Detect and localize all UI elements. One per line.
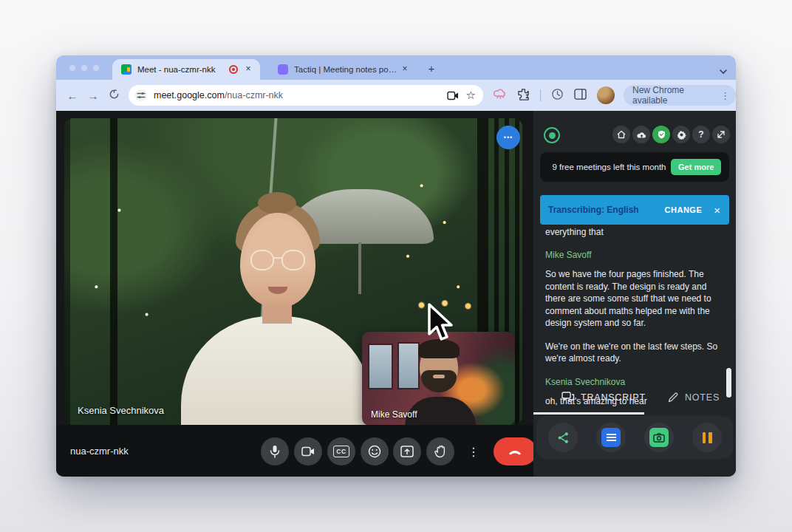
mouse-cursor (425, 301, 456, 347)
participant-glasses (281, 250, 305, 270)
get-more-button[interactable]: Get more (671, 159, 721, 175)
more-options-icon: ⋮ (468, 445, 479, 459)
browser-menu-icon[interactable]: ⋮ (720, 90, 730, 101)
address-bar[interactable]: meet.google.com/nua-czmr-nkk ☆ (129, 85, 483, 106)
more-options-button[interactable]: ⋮ (460, 437, 488, 466)
participant-body (181, 316, 372, 425)
end-call-button[interactable] (494, 437, 536, 466)
extension-circle-icon[interactable] (551, 88, 564, 103)
shield-check-icon[interactable] (652, 126, 670, 143)
extensions-puzzle-icon[interactable] (517, 88, 530, 103)
help-icon[interactable]: ? (692, 126, 710, 143)
tab-transcript[interactable]: TRANSCRIPT (561, 392, 646, 403)
back-button[interactable]: ← (62, 89, 83, 102)
reactions-button[interactable] (361, 437, 389, 466)
meet-favicon-icon (121, 64, 132, 75)
window-close-button[interactable] (69, 65, 75, 71)
tab-notes[interactable]: NOTES (668, 392, 720, 403)
tab-tactiq[interactable]: Tactiq | Meeting notes power × (269, 59, 417, 80)
video-scenery (358, 242, 361, 294)
home-icon[interactable] (612, 126, 630, 143)
participant-hair (258, 192, 296, 214)
transcribing-label: Transcribing: English (548, 205, 639, 215)
chat-bubble-widget[interactable]: ••• (496, 126, 520, 149)
pip-scenery-window (397, 342, 420, 389)
toolbar-divider (540, 89, 541, 101)
tab-close-icon[interactable]: × (242, 64, 254, 75)
tab-transcript-label: TRANSCRIPT (581, 392, 646, 403)
page-content: ••• Ksenia Svechnikova Mike Savoff nu (56, 111, 736, 477)
tab-media-camera-icon[interactable] (447, 91, 459, 100)
meetings-quota-card: 9 free meetings left this month Get more (540, 152, 729, 182)
pip-scenery-window (368, 344, 393, 389)
forward-button[interactable]: → (83, 89, 103, 102)
tab-title: Tactiq | Meeting notes power (294, 65, 399, 74)
transcript-list[interactable]: everything that Mike Savoff So we have t… (545, 226, 723, 418)
tab-title: Meet - nua-czmr-nkk (137, 65, 225, 74)
participant-glasses (273, 257, 282, 259)
browser-window: Meet - nua-czmr-nkk × Tactiq | Meeting n… (56, 55, 736, 477)
window-controls[interactable] (69, 65, 99, 71)
transcript-text: We're on the we're on the last few steps… (545, 341, 723, 365)
tab-search-chevron-icon[interactable] (720, 64, 727, 78)
new-tab-button[interactable]: + (424, 61, 439, 76)
settings-gear-icon[interactable] (672, 126, 690, 143)
cloud-upload-icon[interactable] (632, 126, 650, 143)
banner-close-icon[interactable]: × (714, 204, 720, 216)
tactiq-tabs: TRANSCRIPT NOTES (533, 392, 736, 414)
captions-button[interactable]: CC (327, 437, 355, 466)
url-path: /nua-czmr-nkk (225, 90, 283, 100)
side-panel-icon[interactable] (574, 89, 587, 103)
extension-pink-icon[interactable] (494, 88, 507, 103)
transcribing-banner: Transcribing: English CHANGE × (540, 195, 729, 225)
raise-hand-button[interactable] (426, 437, 454, 466)
meeting-code: nua-czmr-nkk (70, 446, 129, 457)
tactiq-sidebar: ? 9 free meetings left this month Get mo… (533, 111, 736, 477)
url-host: meet.google.com (154, 90, 225, 100)
transcript-speaker: Ksenia Svechnikova (545, 376, 723, 389)
desktop-background: Meet - nua-czmr-nkk × Tactiq | Meeting n… (0, 0, 792, 532)
collapse-panel-icon[interactable] (712, 126, 730, 143)
help-glyph: ? (698, 129, 703, 140)
profile-avatar[interactable] (597, 86, 615, 104)
google-docs-button[interactable] (596, 423, 626, 452)
window-minimize-button[interactable] (81, 65, 87, 71)
screenshot-camera-icon (649, 428, 669, 447)
pip-participant-face (433, 375, 445, 378)
site-info-icon[interactable] (134, 89, 148, 102)
microphone-button[interactable] (261, 437, 289, 466)
present-screen-button[interactable] (393, 437, 421, 466)
bookmark-star-icon[interactable]: ☆ (466, 89, 476, 102)
tactiq-header: ? (533, 123, 736, 149)
video-scenery (110, 118, 117, 425)
tab-notes-label: NOTES (685, 392, 720, 403)
recording-indicator-icon (229, 65, 238, 74)
participant-name-label: Ksenia Svechnikova (78, 405, 164, 416)
video-scenery (64, 118, 70, 425)
active-tab-underline (533, 412, 644, 415)
meet-control-bar: nua-czmr-nkk CC (56, 425, 533, 477)
tactiq-action-bar (536, 416, 733, 459)
reload-button[interactable] (103, 89, 124, 102)
tactiq-header-icons: ? (612, 126, 730, 143)
pip-participant-beard (421, 370, 457, 392)
pause-icon (703, 432, 712, 443)
tab-close-icon[interactable]: × (399, 64, 411, 75)
tab-strip: Meet - nua-czmr-nkk × Tactiq | Meeting n… (56, 55, 736, 80)
meet-main-area: ••• Ksenia Svechnikova Mike Savoff nu (56, 111, 533, 477)
tactiq-favicon-icon (278, 64, 288, 75)
tactiq-logo-icon (544, 127, 560, 143)
pause-transcription-button[interactable] (692, 423, 722, 452)
camera-button[interactable] (294, 437, 322, 466)
extensions-row (494, 86, 615, 104)
google-docs-icon (601, 428, 621, 447)
captions-icon: CC (333, 446, 349, 457)
screenshot-button[interactable] (644, 423, 674, 452)
window-maximize-button[interactable] (93, 65, 99, 71)
transcript-text: everything that (545, 226, 723, 239)
change-language-button[interactable]: CHANGE (665, 205, 703, 214)
browser-toolbar: ← → meet.google.com/nua-czmr-nkk ☆ (56, 80, 736, 111)
share-button[interactable] (548, 423, 578, 452)
chrome-update-button[interactable]: New Chrome available ⋮ (624, 85, 736, 106)
tab-meet[interactable]: Meet - nua-czmr-nkk × (112, 59, 260, 80)
